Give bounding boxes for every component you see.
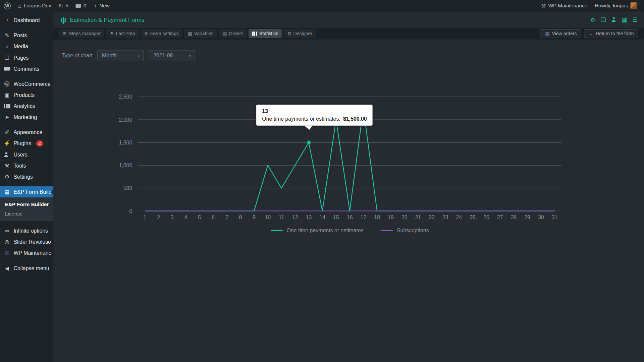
comments-icon xyxy=(4,67,10,71)
x-axis-label: 12 xyxy=(292,215,298,220)
users-icon[interactable] xyxy=(611,17,616,22)
tab-variables[interactable]: ▦Variables xyxy=(184,29,217,38)
x-axis-label: 21 xyxy=(415,215,421,220)
period-select[interactable]: 2021-08 ∨ xyxy=(149,50,195,61)
x-axis-label: 30 xyxy=(538,215,544,220)
plugin-header: ψ Estimation & Payment Forms ⚙❏▦☰ xyxy=(53,11,644,28)
tab-statistics[interactable]: Statistics xyxy=(249,29,282,38)
products-icon: ▣ xyxy=(4,93,10,98)
x-axis-label: 10 xyxy=(265,215,271,220)
calendar-icon[interactable]: ▦ xyxy=(622,17,627,22)
wordpress-logo-menu[interactable]: W xyxy=(0,0,14,11)
comments-menu[interactable]: 0 xyxy=(72,0,90,11)
updates-menu[interactable]: ↻ 5 xyxy=(55,0,72,11)
x-axis-label: 1 xyxy=(143,215,146,220)
sidebar-item-label: Slider Revolution xyxy=(13,239,51,245)
sidebar-item-dashboard[interactable]: ◔Dashboard xyxy=(0,15,53,26)
x-axis-label: 6 xyxy=(212,215,215,220)
sidebar-item-slider-revolution[interactable]: ◎Slider Revolution xyxy=(0,236,53,247)
legend-item-subscriptions[interactable]: Subscriptions xyxy=(381,227,429,233)
document-icon[interactable]: ❏ xyxy=(601,17,606,22)
x-axis-label: 3 xyxy=(171,215,174,220)
new-content-menu[interactable]: + New xyxy=(90,0,113,11)
x-axis-label: 8 xyxy=(239,215,242,220)
sidebar-item-settings[interactable]: ⚙Settings xyxy=(0,171,53,182)
sidebar-item-analytics[interactable]: Analytics xyxy=(0,101,53,112)
tab-orders[interactable]: ▤Orders xyxy=(219,29,247,38)
sidebar-item-tools[interactable]: ⚒Tools xyxy=(0,160,53,171)
x-axis-label: 19 xyxy=(388,215,394,220)
tabs-container: ⊞Steps manager⚑Last step⚙Form settings▦V… xyxy=(59,28,316,39)
sidebar-item-users[interactable]: Users xyxy=(0,149,53,160)
y-axis-label: 2,500 xyxy=(119,94,132,100)
tooltip-pointer xyxy=(304,126,314,130)
sidebar-item-wp-maintenance[interactable]: ⅢWP Maintenance xyxy=(0,247,53,258)
tab-label: Designer xyxy=(293,31,312,36)
chart-type-select[interactable]: Month ∨ xyxy=(97,50,144,61)
sidebar-item-woocommerce[interactable]: ⓌWooCommerce xyxy=(0,78,53,89)
sidebar-item-comments[interactable]: Comments xyxy=(0,63,53,74)
wp-maintenance-icon: Ⅲ xyxy=(4,250,10,256)
avatar xyxy=(631,2,637,9)
wp-maintenance-menu[interactable]: ⚒ WP Maintenance xyxy=(537,0,591,11)
site-name-menu[interactable]: ⌂ Loopus Dev xyxy=(14,0,55,11)
new-label: New xyxy=(99,3,110,9)
period-value: 2021-08 xyxy=(153,53,173,59)
submenu-item-e-p-form-builder[interactable]: E&P Form Builder xyxy=(0,199,53,209)
view-orders-button[interactable]: ▤ View orders xyxy=(541,29,581,38)
x-axis-label: 11 xyxy=(279,215,284,220)
x-axis-label: 7 xyxy=(225,215,228,220)
list-icon[interactable]: ☰ xyxy=(632,17,637,22)
plus-icon: + xyxy=(94,3,97,8)
marketing-icon: ➤ xyxy=(4,115,10,120)
sidebar-item-collapse-menu[interactable]: ◀Collapse menu xyxy=(0,263,53,274)
sidebar-item-posts[interactable]: ✎Posts xyxy=(0,30,53,41)
highlighted-point[interactable] xyxy=(307,141,311,144)
tab-designer[interactable]: ⚒Designer xyxy=(283,29,316,38)
tab-bar: ⊞Steps manager⚑Last step⚙Form settings▦V… xyxy=(53,28,644,39)
x-axis-label: 14 xyxy=(319,215,325,220)
users-icon xyxy=(4,152,10,157)
sidebar-item-label: Plugins xyxy=(13,140,31,146)
sidebar-item-media[interactable]: ♪Media xyxy=(0,41,53,52)
legend-item-one-time-payments-or-estimates[interactable]: One time payments or estimates xyxy=(271,227,364,233)
sidebar-item-products[interactable]: ▣Products xyxy=(0,89,53,101)
my-account-menu[interactable]: Howdy, loopus xyxy=(591,0,641,11)
x-axis-label: 28 xyxy=(511,215,517,220)
sidebar-submenu: E&P Form BuilderLicense xyxy=(0,197,53,221)
sidebar-item-label: Settings xyxy=(13,174,33,180)
sidebar-item-plugins[interactable]: ⚡Plugins2 xyxy=(0,138,53,149)
x-axis-label: 27 xyxy=(497,215,503,220)
sidebar-item-marketing[interactable]: ➤Marketing xyxy=(0,112,53,123)
x-axis-label: 26 xyxy=(483,215,489,220)
sidebar-item-label: Pages xyxy=(13,55,29,61)
sidebar-item-pages[interactable]: ❏Pages xyxy=(0,52,53,63)
sidebar-item-label: Users xyxy=(13,152,28,158)
sidebar-item-e-p-form-builder[interactable]: ▤E&P Form Builder xyxy=(0,186,53,197)
sidebar-item-infinite-options[interactable]: ∞Infinite options xyxy=(0,225,53,236)
admin-bar-left: W ⌂ Loopus Dev ↻ 5 0 + New xyxy=(0,0,113,11)
steps-manager-icon: ⊞ xyxy=(63,32,66,36)
tab-form-settings[interactable]: ⚙Form settings xyxy=(140,29,182,38)
settings-icon[interactable]: ⚙ xyxy=(590,17,595,22)
submenu-item-license[interactable]: License xyxy=(0,209,53,218)
x-axis-label: 4 xyxy=(184,215,187,220)
sidebar-item-label: WP Maintenance xyxy=(13,250,51,256)
x-axis-label: 5 xyxy=(198,215,201,220)
plugin-logo-icon: ψ xyxy=(60,16,66,23)
wordpress-admin-page: W ⌂ Loopus Dev ↻ 5 0 + New ⚒ WP Mainten xyxy=(0,0,644,362)
x-axis-label: 24 xyxy=(456,215,462,220)
return-to-form-button[interactable]: ← Return to the form xyxy=(584,29,638,38)
tab-steps-manager[interactable]: ⊞Steps manager xyxy=(59,29,104,38)
tab-label: Variables xyxy=(194,31,214,36)
current-menu-arrow xyxy=(48,189,53,195)
admin-bar-right: ⚒ WP Maintenance Howdy, loopus xyxy=(537,0,644,11)
page-title: Estimation & Payment Forms xyxy=(70,16,145,23)
sidebar-item-label: Posts xyxy=(13,33,27,39)
chart-type-value: Month xyxy=(102,53,117,59)
tab-last-step[interactable]: ⚑Last step xyxy=(106,29,139,38)
tab-label: Statistics xyxy=(259,31,278,36)
sidebar-item-label: E&P Form Builder xyxy=(13,189,51,195)
sidebar-item-appearance[interactable]: ✐Appearance xyxy=(0,127,53,138)
tools-icon: ⚒ xyxy=(4,163,10,168)
